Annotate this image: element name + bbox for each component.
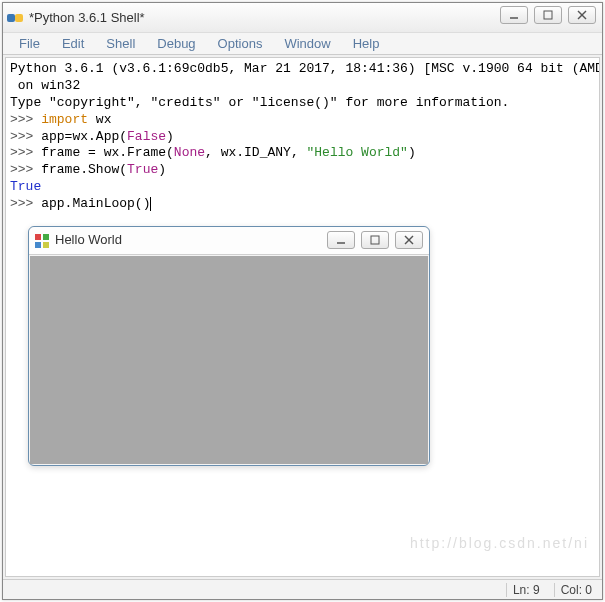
menu-help[interactable]: Help xyxy=(343,34,390,53)
wx-titlebar[interactable]: Hello World xyxy=(29,227,429,255)
kw-false: False xyxy=(127,129,166,144)
expr-post: ) xyxy=(408,145,416,160)
prompt: >>> xyxy=(10,129,41,144)
menu-edit[interactable]: Edit xyxy=(52,34,94,53)
wx-app-icon xyxy=(35,234,49,248)
banner-line-3: Type "copyright", "credits" or "license(… xyxy=(10,95,595,112)
prompt: >>> xyxy=(10,112,41,127)
wx-close-button[interactable] xyxy=(395,231,423,249)
wx-maximize-button[interactable] xyxy=(361,231,389,249)
wx-window-title: Hello World xyxy=(55,232,122,249)
expr-mid: , wx.ID_ANY, xyxy=(205,145,306,160)
svg-rect-11 xyxy=(371,236,379,244)
prompt: >>> xyxy=(10,196,41,211)
svg-rect-7 xyxy=(43,234,49,240)
status-col: Col: 0 xyxy=(554,583,598,597)
menu-bar: File Edit Shell Debug Options Window Hel… xyxy=(3,33,602,55)
expr-pre: frame = wx.Frame( xyxy=(41,145,174,160)
menu-file[interactable]: File xyxy=(9,34,50,53)
expr-post: ) xyxy=(166,129,174,144)
prompt: >>> xyxy=(10,145,41,160)
menu-options[interactable]: Options xyxy=(208,34,273,53)
kw-import: import xyxy=(41,112,88,127)
cursor-caret xyxy=(150,197,151,211)
minimize-button[interactable] xyxy=(500,6,528,24)
status-bar: Ln: 9 Col: 0 xyxy=(3,579,602,599)
idle-shell-window: *Python 3.6.1 Shell* File Edit Shell Deb… xyxy=(2,2,603,600)
banner-line-2: on win32 xyxy=(10,78,595,95)
input-line-4: >>> frame.Show(True) xyxy=(10,162,595,179)
ident-wx: wx xyxy=(88,112,111,127)
watermark-text: http://blog.csdn.net/ni xyxy=(410,534,589,552)
svg-rect-8 xyxy=(35,242,41,248)
svg-rect-1 xyxy=(15,14,23,22)
menu-shell[interactable]: Shell xyxy=(96,34,145,53)
input-line-2: >>> app=wx.App(False) xyxy=(10,129,595,146)
maximize-button[interactable] xyxy=(534,6,562,24)
svg-rect-6 xyxy=(35,234,41,240)
wx-window-controls xyxy=(327,231,423,249)
expr-post: ) xyxy=(158,162,166,177)
input-line-1: >>> import wx xyxy=(10,112,595,129)
svg-rect-0 xyxy=(7,14,15,22)
menu-debug[interactable]: Debug xyxy=(147,34,205,53)
wx-frame-window[interactable]: Hello World xyxy=(28,226,430,466)
prompt: >>> xyxy=(10,162,41,177)
result-line: True xyxy=(10,179,595,196)
expr: app.MainLoop() xyxy=(41,196,150,211)
wx-client-area[interactable] xyxy=(30,256,428,464)
main-titlebar[interactable]: *Python 3.6.1 Shell* xyxy=(3,3,602,33)
svg-rect-3 xyxy=(544,11,552,19)
expr-pre: app=wx.App( xyxy=(41,129,127,144)
wx-minimize-button[interactable] xyxy=(327,231,355,249)
banner-line-1: Python 3.6.1 (v3.6.1:69c0db5, Mar 21 201… xyxy=(10,61,595,78)
status-line: Ln: 9 xyxy=(506,583,546,597)
shell-text-area[interactable]: Python 3.6.1 (v3.6.1:69c0db5, Mar 21 201… xyxy=(5,57,600,577)
kw-none: None xyxy=(174,145,205,160)
window-controls xyxy=(500,6,596,24)
menu-window[interactable]: Window xyxy=(274,34,340,53)
expr-pre: frame.Show( xyxy=(41,162,127,177)
window-title: *Python 3.6.1 Shell* xyxy=(29,10,145,25)
input-line-3: >>> frame = wx.Frame(None, wx.ID_ANY, "H… xyxy=(10,145,595,162)
close-button[interactable] xyxy=(568,6,596,24)
python-icon xyxy=(7,10,23,26)
kw-true: True xyxy=(127,162,158,177)
input-line-5: >>> app.MainLoop() xyxy=(10,196,595,213)
string-literal: "Hello World" xyxy=(306,145,407,160)
svg-rect-9 xyxy=(43,242,49,248)
